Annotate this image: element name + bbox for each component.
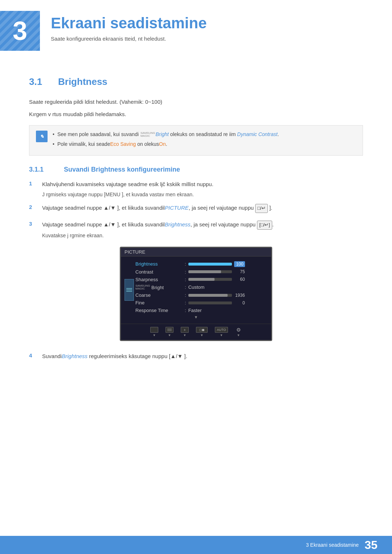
fine-number: 0 bbox=[234, 300, 245, 305]
icon-btn-auto: AUTO ▼ bbox=[215, 327, 228, 337]
monitor-row-sharpness: Sharpness : 60 bbox=[121, 276, 271, 283]
monitor-menu: Brightness : 100 Contrast : bbox=[121, 257, 271, 324]
step3-key: [□/↵] bbox=[257, 221, 272, 230]
note1-dynamic-contrast: Dynamic Contrast bbox=[237, 131, 277, 137]
contrast-label: Contrast bbox=[135, 269, 183, 275]
step3-brightness: Brightness bbox=[165, 221, 191, 227]
coarse-label: Coarse bbox=[135, 292, 183, 298]
monitor-title-bar: PICTURE bbox=[121, 248, 271, 257]
step-2-number: 2 bbox=[29, 204, 42, 210]
step-4-text: SuvandiBrightness reguleerimiseks kāsuta… bbox=[42, 352, 363, 361]
coarse-bar bbox=[188, 294, 232, 297]
step4-brightness: Brightness bbox=[62, 353, 87, 359]
fine-label: Fine bbox=[135, 300, 183, 305]
note-box: ✎ See men pole saadaval, kui suvandi SAM… bbox=[29, 125, 363, 156]
brightness-value: 100 bbox=[188, 261, 264, 267]
step-1: 1 Klahvijuhendi kuvamiseks vajutage sead… bbox=[29, 180, 363, 198]
step-2: 2 Vajutage seadmel nuppe ▲/▼ ], et liiku… bbox=[29, 204, 363, 215]
note-item-2: Pole viimalik, kui seadeEco Saving on ol… bbox=[53, 140, 356, 148]
section-title: Brightness bbox=[58, 76, 107, 87]
sharpness-number: 60 bbox=[234, 277, 245, 282]
response-label: Response Time bbox=[135, 308, 183, 313]
step-1-number: 1 bbox=[29, 180, 42, 186]
sharpness-label: Sharpness bbox=[135, 277, 183, 282]
page-header: 3 Ekraani seadistamine Saate konfigureer… bbox=[0, 0, 392, 62]
step-1-text: Klahvijuhendi kuvamiseks vajutage seadme… bbox=[42, 180, 363, 189]
coarse-value: 1936 bbox=[188, 293, 264, 298]
monitor-frame: PICTURE Brightness : bbox=[120, 247, 272, 341]
brightness-fill bbox=[188, 263, 232, 266]
note-content: See men pole saadaval, kui suvandi SAMSU… bbox=[53, 131, 356, 150]
step-1-subtext: J rgmiseks vajutage nuppu [MENU ], et ku… bbox=[42, 191, 363, 198]
step-3-content: Vajutage seadmel nuppe ▲/▼ ], et liikuda… bbox=[42, 220, 363, 239]
monitor-row-fine: Fine : 0 bbox=[121, 299, 271, 307]
monitor-row-response: Response Time : Faster bbox=[121, 307, 271, 314]
response-value: Faster bbox=[188, 308, 202, 313]
note-2-text: Pole viimalik, kui seadeEco Saving on ol… bbox=[57, 140, 167, 148]
step-4-number: 4 bbox=[29, 352, 42, 358]
subsection-heading: 3.1.1 Suvandi Brightness konfigureerimin… bbox=[29, 166, 363, 173]
header-text: Ekraani seadistamine Saate konfigureerid… bbox=[51, 11, 207, 42]
body-text-2: Kırgem v rtus muudab pildi heledamaks. bbox=[29, 110, 363, 119]
note2-eco-saving: Eco Saving bbox=[110, 141, 136, 147]
brightness-number: 100 bbox=[234, 261, 245, 267]
section-heading: 3.1 Brightness bbox=[29, 76, 363, 87]
step-3-subtext: Kuvatakse j rgmine ekraan. bbox=[42, 232, 363, 239]
note-1-text: See men pole saadaval, kui suvandi SAMSU… bbox=[57, 131, 279, 138]
sharpness-value: 60 bbox=[188, 277, 264, 282]
page-footer: 3 Ekraani seadistamine 35 bbox=[0, 536, 392, 554]
subsection-number: 3.1.1 bbox=[29, 166, 58, 173]
step-1-content: Klahvijuhendi kuvamiseks vajutage seadme… bbox=[42, 180, 363, 198]
footer-page-number: 35 bbox=[364, 538, 377, 552]
scroll-indicator: ▼ bbox=[121, 314, 271, 320]
sharpness-bar bbox=[188, 278, 232, 281]
monitor-title: PICTURE bbox=[124, 249, 145, 255]
monitor-row-contrast: Contrast : 75 bbox=[121, 268, 271, 276]
magic-bright-value: Custom bbox=[188, 284, 205, 290]
magic-bright-label: SAMSUNG MAGIC Bright bbox=[135, 284, 183, 291]
chapter-badge: 3 bbox=[0, 11, 40, 51]
icon-btn-3: + ▼ bbox=[181, 327, 189, 337]
step-3-text: Vajutage seadmel nuppe ▲/▼ ], et liikuda… bbox=[42, 220, 363, 230]
icon-btn-settings: ⚙ ▼ bbox=[235, 327, 242, 337]
step2-key: □/↵ bbox=[255, 204, 268, 213]
step-3: 3 Vajutage seadmel nuppe ▲/▼ ], et liiku… bbox=[29, 220, 363, 239]
note2-on: On bbox=[159, 141, 166, 147]
monitor-icon-bar: ▼ ▼ + ▼ ◻◼ ▼ bbox=[121, 324, 271, 340]
body-text-1: Saate reguleerida pildi ldist heledust. … bbox=[29, 98, 363, 106]
fine-bar bbox=[188, 301, 232, 304]
step2-picture: PICTURE bbox=[165, 205, 189, 211]
monitor-container: PICTURE Brightness : bbox=[29, 247, 363, 341]
fine-value: 0 bbox=[188, 300, 264, 305]
monitor-row-coarse: Coarse : 1936 bbox=[121, 291, 271, 299]
brightness-bar bbox=[188, 263, 232, 266]
icon-btn-2: ▼ bbox=[166, 327, 173, 337]
brightness-label: Brightness bbox=[135, 261, 183, 267]
chapter-number: 3 bbox=[13, 18, 27, 44]
monitor-row-magic-bright: SAMSUNG MAGIC Bright : Custom bbox=[121, 283, 271, 292]
chapter-subtitle: Saate konfigureerida ekraanis tteid, nt … bbox=[51, 36, 207, 42]
step-4-content: SuvandiBrightness reguleerimiseks kāsuta… bbox=[42, 352, 363, 363]
chapter-title: Ekraani seadistamine bbox=[51, 15, 207, 32]
step-2-text: Vajutage seadmel nuppe ▲/▼ ], et liikuda… bbox=[42, 204, 363, 213]
contrast-bar bbox=[188, 270, 232, 273]
monitor-row-brightness: Brightness : 100 bbox=[121, 260, 271, 268]
main-content: 3.1 Brightness Saate reguleerida pildi l… bbox=[0, 62, 392, 397]
step-2-content: Vajutage seadmel nuppe ▲/▼ ], et liikuda… bbox=[42, 204, 363, 215]
coarse-number: 1936 bbox=[234, 293, 245, 298]
contrast-fill bbox=[188, 270, 221, 273]
note-icon: ✎ bbox=[36, 131, 48, 142]
icon-btn-1: ▼ bbox=[150, 327, 158, 337]
step-4: 4 SuvandiBrightness reguleerimiseks kāsu… bbox=[29, 352, 363, 363]
contrast-value: 75 bbox=[188, 269, 264, 274]
sharpness-fill bbox=[188, 278, 215, 281]
note1-bright: Bright bbox=[155, 131, 169, 137]
contrast-number: 75 bbox=[234, 269, 245, 274]
coarse-fill bbox=[188, 294, 228, 297]
note-item-1: See men pole saadaval, kui suvandi SAMSU… bbox=[53, 131, 356, 138]
step-3-number: 3 bbox=[29, 221, 42, 227]
footer-text: 3 Ekraani seadistamine bbox=[306, 542, 359, 548]
subsection-title: Suvandi Brightness konfigureerimine bbox=[64, 166, 180, 173]
section-number: 3.1 bbox=[29, 76, 51, 87]
icon-btn-4: ◻◼ ▼ bbox=[196, 327, 208, 337]
